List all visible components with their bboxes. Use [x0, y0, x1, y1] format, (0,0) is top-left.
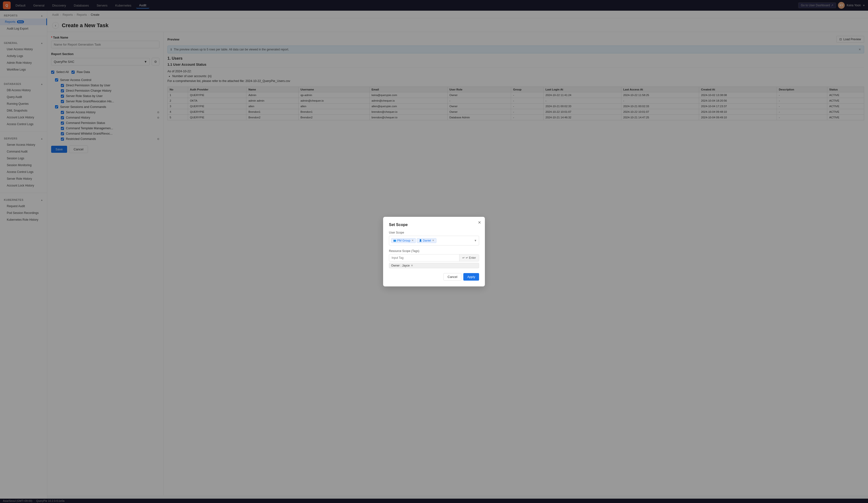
modal-title: Set Scope [389, 223, 479, 227]
owner-tag: Owner : Jayce ✕ [389, 263, 479, 268]
scope-tag-pm-group: 👥 PM Group ✕ [391, 238, 416, 243]
enter-button[interactable]: ↵ ↵ Enter [459, 254, 479, 261]
modal-close-button[interactable]: ✕ [478, 220, 481, 225]
scope-tag-daniel: 👤 Daniel ✕ [417, 238, 436, 243]
user-icon: 👤 [419, 239, 422, 242]
remove-daniel-button[interactable]: ✕ [432, 239, 434, 242]
resource-scope-label: Resource Scope (Tags) [389, 249, 479, 253]
resource-scope-field: Resource Scope (Tags) ↵ ↵ Enter Owner : … [389, 249, 479, 268]
modal-overlay[interactable]: Set Scope ✕ User Scope 👥 PM Group ✕ 👤 Da… [0, 0, 868, 503]
scope-tags: 👥 PM Group ✕ 👤 Daniel ✕ [391, 238, 436, 243]
remove-owner-tag-button[interactable]: ✕ [411, 264, 413, 267]
modal-cancel-button[interactable]: Cancel [443, 273, 461, 281]
user-scope-input[interactable]: 👥 PM Group ✕ 👤 Daniel ✕ ▼ [389, 236, 479, 245]
modal-actions: Cancel Apply [389, 273, 479, 281]
scope-dropdown-arrow-icon[interactable]: ▼ [474, 239, 477, 242]
remove-pm-group-button[interactable]: ✕ [412, 239, 414, 242]
resource-tag-input[interactable] [389, 254, 459, 261]
group-icon: 👥 [393, 239, 396, 242]
resource-tag-input-wrapper: ↵ ↵ Enter [389, 254, 479, 261]
modal-apply-button[interactable]: Apply [463, 273, 479, 281]
enter-icon: ↵ [462, 256, 465, 260]
set-scope-modal: Set Scope ✕ User Scope 👥 PM Group ✕ 👤 Da… [383, 217, 485, 286]
user-scope-field: User Scope 👥 PM Group ✕ 👤 Daniel ✕ ▼ [389, 231, 479, 245]
user-scope-label: User Scope [389, 231, 479, 234]
